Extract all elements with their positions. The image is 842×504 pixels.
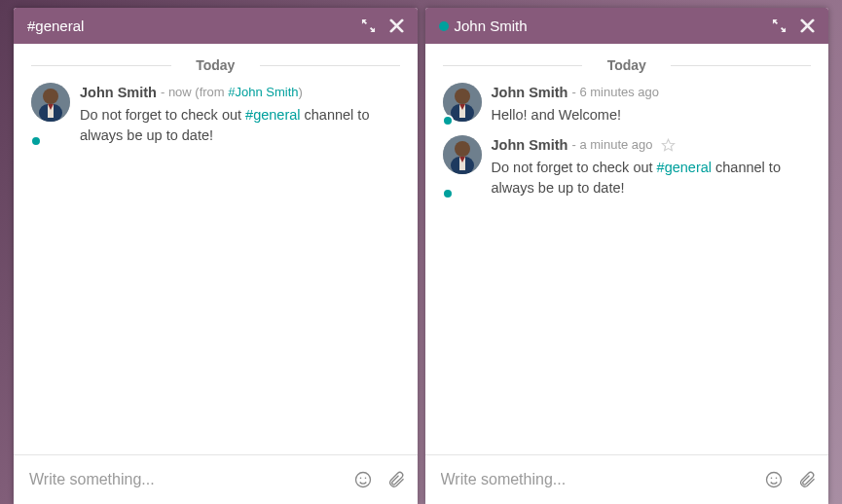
text-part: Do not forget to check out <box>492 160 657 175</box>
message: John Smith - 6 minutes ago Hello! and We… <box>443 83 812 126</box>
panel-title: #general <box>27 18 361 34</box>
star-icon[interactable] <box>661 138 676 153</box>
svg-point-17 <box>776 478 778 480</box>
composer <box>425 454 829 504</box>
svg-point-12 <box>455 141 470 157</box>
composer-input[interactable] <box>437 465 755 494</box>
message-text: Do not forget to check out #general chan… <box>80 105 400 146</box>
message-header: John Smith - a minute ago <box>492 135 812 156</box>
message-author: John Smith <box>492 135 568 156</box>
attachment-icon[interactable] <box>386 470 406 489</box>
chat-panel: John Smith Today John Smith - 6 mi <box>425 8 829 504</box>
message: John Smith - now (from #John Smith) Do n… <box>31 83 400 146</box>
attachment-icon[interactable] <box>797 470 817 489</box>
meta-suffix: ) <box>299 85 303 99</box>
text-part: Do not forget to check out <box>80 107 245 123</box>
svg-point-1 <box>43 89 58 104</box>
expand-icon[interactable] <box>361 18 376 33</box>
panel-title-text: John Smith <box>455 18 528 34</box>
expand-icon[interactable] <box>772 18 787 33</box>
message-header: John Smith - 6 minutes ago <box>492 83 812 103</box>
svg-point-8 <box>455 89 470 104</box>
panel-title: John Smith <box>439 18 773 34</box>
messages-area[interactable]: Today John Smith - now (from #John Smith… <box>14 44 418 454</box>
avatar[interactable] <box>443 135 482 198</box>
composer-icons <box>764 470 817 489</box>
close-icon[interactable] <box>800 18 815 33</box>
message-header: John Smith - now (from #John Smith) <box>80 83 400 103</box>
avatar[interactable] <box>31 83 70 146</box>
panel-header[interactable]: John Smith <box>425 8 829 44</box>
message-meta: - 6 minutes ago <box>571 84 659 102</box>
date-separator: Today <box>31 57 400 73</box>
messages-area[interactable]: Today John Smith - 6 minutes ago Hello! … <box>425 44 829 454</box>
chat-panel: #general Today John Smith <box>14 8 418 504</box>
presence-dot-icon <box>439 21 449 31</box>
svg-point-15 <box>767 473 782 487</box>
avatar[interactable] <box>443 83 482 126</box>
message-author: John Smith <box>492 83 568 103</box>
emoji-icon[interactable] <box>353 470 373 489</box>
presence-dot-icon <box>442 188 454 199</box>
panel-header[interactable]: #general <box>14 8 418 44</box>
svg-point-6 <box>364 478 366 480</box>
message-meta: - a minute ago <box>571 136 652 155</box>
emoji-icon[interactable] <box>764 470 784 489</box>
message-text: Do not forget to check out #general chan… <box>492 158 812 198</box>
close-icon[interactable] <box>389 18 404 33</box>
presence-dot-icon <box>30 135 42 147</box>
svg-point-4 <box>355 473 370 487</box>
meta-prefix: - now (from <box>161 85 228 99</box>
composer-input[interactable] <box>25 465 344 494</box>
message-body: John Smith - a minute ago Do not forget … <box>492 135 812 198</box>
message: John Smith - a minute ago Do not forget … <box>443 135 812 198</box>
meta-link[interactable]: #John Smith <box>228 85 298 99</box>
date-separator: Today <box>443 57 812 73</box>
panel-actions <box>772 18 815 33</box>
message-body: John Smith - now (from #John Smith) Do n… <box>80 83 400 146</box>
composer-icons <box>353 470 406 489</box>
channel-mention[interactable]: #general <box>245 107 300 123</box>
message-meta: - now (from #John Smith) <box>161 84 303 102</box>
svg-point-16 <box>771 478 773 480</box>
channel-mention[interactable]: #general <box>657 160 712 175</box>
message-author: John Smith <box>80 83 157 103</box>
message-text: Hello! and Welcome! <box>492 105 812 126</box>
presence-dot-icon <box>442 115 454 126</box>
panel-actions <box>361 18 404 33</box>
panel-title-text: #general <box>27 18 84 34</box>
text-part: Hello! and Welcome! <box>492 107 622 123</box>
message-body: John Smith - 6 minutes ago Hello! and We… <box>492 83 812 126</box>
composer <box>14 454 418 504</box>
svg-point-5 <box>359 478 361 480</box>
